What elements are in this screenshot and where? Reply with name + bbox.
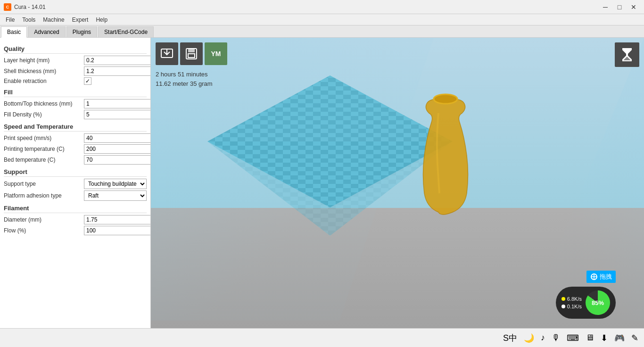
menu-item-machine[interactable]: Machine xyxy=(39,16,68,24)
window-controls: ─ □ ✕ xyxy=(599,2,640,12)
speed-up-line: 6.8K/s xyxy=(561,296,582,302)
svg-rect-14 xyxy=(188,49,195,52)
tab-advanced[interactable]: Advanced xyxy=(28,26,65,37)
layer-height-row: Layer height (mm) xyxy=(4,56,147,65)
support-type-label: Support type xyxy=(4,181,84,187)
bottom-top-thickness-row: Bottom/Top thickness (mm) xyxy=(4,99,147,108)
hourglass-button[interactable] xyxy=(615,42,639,67)
speed-circle: 85% xyxy=(586,290,610,315)
print-time: 2 hours 51 minutes xyxy=(156,70,213,79)
settings-panel: Quality Layer height (mm) Shell thicknes… xyxy=(0,38,151,347)
taskbar-mic-icon[interactable]: 🎙 xyxy=(550,332,562,344)
close-button[interactable]: ✕ xyxy=(627,2,640,12)
diameter-input[interactable] xyxy=(84,215,151,224)
platform-adhesion-select[interactable]: Raft None Brim xyxy=(84,190,147,201)
speed-up-value: 6.8K/s xyxy=(567,296,582,302)
print-speed-row: Print speed (mm/s) xyxy=(4,133,147,143)
taskbar-moon-icon[interactable]: 🌙 xyxy=(522,332,536,344)
svg-rect-15 xyxy=(188,54,195,58)
bed-temp-input[interactable] xyxy=(84,155,151,165)
fill-density-row: Fill Density (%) xyxy=(4,110,147,119)
shell-thickness-label: Shell thickness (mm) xyxy=(4,68,84,74)
menubar: FileToolsMachineExpertHelp xyxy=(0,14,644,25)
viewport[interactable]: ⌄ xyxy=(151,38,644,347)
print-temp-label: Printing temperature (C) xyxy=(4,146,84,152)
window-title: Cura - 14.01 xyxy=(14,4,46,10)
taskbar: S中 🌙 ♪ 🎙 ⌨ 🖥 ⬇ 🎮 ✎ xyxy=(0,328,644,347)
enable-retraction-label: Enable retraction xyxy=(4,78,84,84)
support-section-header: Support xyxy=(4,168,147,177)
print-temp-row: Printing temperature (C) xyxy=(4,144,147,154)
layer-height-input[interactable] xyxy=(84,56,151,65)
speed-down-value: 0.1K/s xyxy=(567,304,582,309)
tab-start-end-gcode[interactable]: Start/End-GCode xyxy=(98,26,154,37)
baipan-label: 拖拽 xyxy=(600,273,612,281)
enable-retraction-checkbox[interactable]: ✓ xyxy=(84,77,91,85)
maximize-button[interactable]: □ xyxy=(613,2,626,12)
print-speed-input[interactable] xyxy=(84,133,151,143)
fill-section-header: Fill xyxy=(4,89,147,97)
fill-density-label: Fill Density (%) xyxy=(4,111,84,118)
support-type-row: Support type Touching buildplate None Ev… xyxy=(4,179,147,189)
menu-item-expert[interactable]: Expert xyxy=(68,16,92,24)
layer-height-label: Layer height (mm) xyxy=(4,57,84,64)
tab-basic[interactable]: Basic xyxy=(1,26,27,38)
taskbar-keyboard-icon[interactable]: ⌨ xyxy=(565,332,581,344)
speed-percent: 85% xyxy=(592,299,604,306)
platform-adhesion-row: Platform adhesion type Raft None Brim xyxy=(4,190,147,201)
speed-section-header: Speed and Temperature xyxy=(4,123,147,132)
flow-row: Flow (%) xyxy=(4,226,147,235)
vase-model xyxy=(423,94,468,215)
flow-label: Flow (%) xyxy=(4,227,84,234)
bed-temp-label: Bed temperature (C) xyxy=(4,157,84,163)
diameter-label: Diameter (mm) xyxy=(4,216,84,223)
minimize-button[interactable]: ─ xyxy=(599,2,612,12)
taskbar-music-icon[interactable]: ♪ xyxy=(539,332,547,344)
main-area: Quality Layer height (mm) Shell thicknes… xyxy=(0,38,644,347)
print-temp-input[interactable] xyxy=(84,144,151,154)
taskbar-monitor-icon[interactable]: 🖥 xyxy=(584,332,596,344)
ym-button[interactable]: YM xyxy=(205,42,227,65)
shell-thickness-row: Shell thickness (mm) xyxy=(4,66,147,76)
print-info: 2 hours 51 minutes 11.62 meter 35 gram xyxy=(156,70,213,88)
speed-indicator: 6.8K/s 0.1K/s 85% xyxy=(556,287,616,319)
support-type-select[interactable]: Touching buildplate None Everywhere xyxy=(84,179,147,189)
viewport-toolbar: YM xyxy=(156,42,227,65)
menu-item-help[interactable]: Help xyxy=(92,16,111,24)
save-button[interactable] xyxy=(180,42,203,65)
taskbar-edit-icon[interactable]: ✎ xyxy=(629,332,640,344)
taskbar-download-icon[interactable]: ⬇ xyxy=(599,332,610,344)
menu-item-file[interactable]: File xyxy=(2,16,18,24)
speed-up-dot xyxy=(561,297,565,301)
print-material: 11.62 meter 35 gram xyxy=(156,79,213,89)
tabbar: BasicAdvancedPluginsStart/End-GCode xyxy=(0,25,644,38)
app-icon: C xyxy=(4,3,11,11)
shell-thickness-input[interactable] xyxy=(84,66,151,76)
speed-down-dot xyxy=(561,305,565,308)
flow-input[interactable] xyxy=(84,226,151,235)
enable-retraction-row: Enable retraction ✓ xyxy=(4,77,147,85)
platform-adhesion-label: Platform adhesion type xyxy=(4,192,84,199)
open-model-button[interactable] xyxy=(156,42,178,65)
diameter-row: Diameter (mm) xyxy=(4,215,147,224)
baipan-button[interactable]: 拖拽 xyxy=(586,271,616,283)
speed-down-line: 0.1K/s xyxy=(561,304,582,309)
bottom-top-thickness-input[interactable] xyxy=(84,99,151,108)
tab-plugins[interactable]: Plugins xyxy=(66,26,97,37)
bed-temp-row: Bed temperature (C) xyxy=(4,155,147,165)
filament-section-header: Filament xyxy=(4,205,147,213)
quality-section-header: Quality xyxy=(4,45,147,54)
print-speed-label: Print speed (mm/s) xyxy=(4,135,84,141)
fill-density-input[interactable] xyxy=(84,110,151,119)
taskbar-settings-icon[interactable]: 🎮 xyxy=(612,332,627,344)
taskbar-sogou-icon[interactable]: S中 xyxy=(501,331,519,345)
menu-item-tools[interactable]: Tools xyxy=(18,16,39,24)
titlebar: C Cura - 14.01 ─ □ ✕ xyxy=(0,0,644,14)
bottom-right-overlay: 拖拽 6.8K/s 0.1K/s 85% xyxy=(556,271,616,319)
bottom-top-thickness-label: Bottom/Top thickness (mm) xyxy=(4,100,84,107)
titlebar-left: C Cura - 14.01 xyxy=(4,3,46,11)
